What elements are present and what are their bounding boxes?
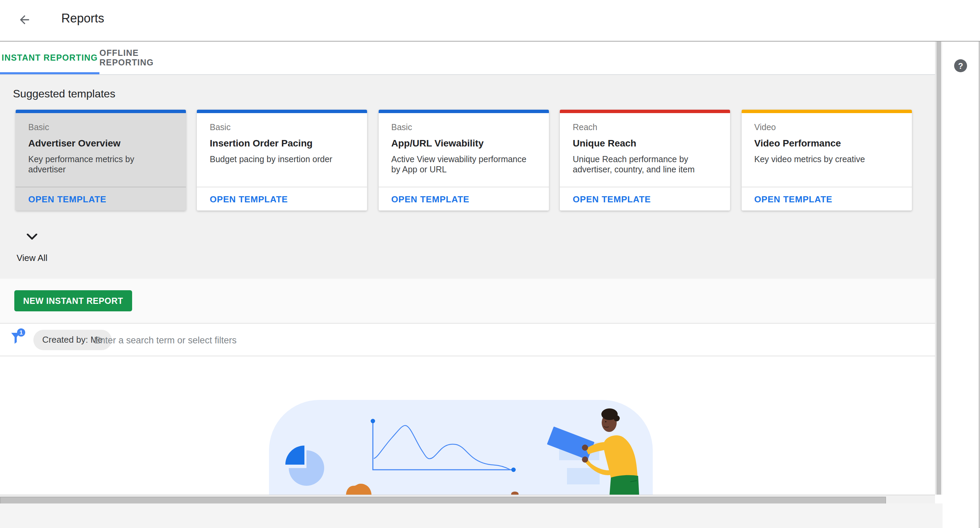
vertical-scrollbar-thumb[interactable] — [936, 41, 941, 495]
open-template-link[interactable]: OPEN TEMPLATE — [754, 194, 832, 204]
search-input[interactable] — [92, 329, 327, 351]
dv360-reports-page: Reports INSTANT REPORTING OFFLINE REPORT… — [0, 0, 980, 528]
card-description: Unique Reach performance by advertiser, … — [573, 154, 717, 175]
card-accent-bar — [15, 110, 186, 113]
template-cards-row: Basic Advertiser Overview Key performanc… — [15, 110, 912, 211]
card-title: Advertiser Overview — [28, 137, 173, 148]
divider — [0, 356, 935, 356]
arrow-back-icon — [18, 13, 31, 27]
actions-zone: NEW INSTANT REPORT — [0, 279, 935, 323]
chevron-down-icon — [27, 234, 37, 240]
card-description: Key performance metrics by advertiser — [28, 154, 173, 175]
open-template-link[interactable]: OPEN TEMPLATE — [391, 194, 469, 204]
horizontal-scrollbar — [0, 495, 935, 504]
template-card-advertiser-overview[interactable]: Basic Advertiser Overview Key performanc… — [15, 110, 186, 211]
card-category: Basic — [28, 122, 173, 132]
filter-row: 1 Created by: Me — [0, 324, 935, 356]
bottom-band — [0, 504, 943, 528]
template-card-app-url-viewability[interactable]: Basic App/URL Viewability Active View vi… — [378, 110, 549, 211]
card-category: Video — [754, 122, 899, 132]
reporting-tabbar: INSTANT REPORTING OFFLINE REPORTING — [0, 41, 935, 75]
template-card-unique-reach[interactable]: Reach Unique Reach Unique Reach performa… — [560, 110, 730, 211]
card-title: Video Performance — [754, 137, 899, 148]
card-accent-bar — [378, 110, 549, 113]
empty-state-illustration — [269, 400, 653, 495]
card-category: Basic — [391, 122, 536, 132]
open-template-link[interactable]: OPEN TEMPLATE — [573, 194, 651, 204]
card-title: Unique Reach — [573, 137, 717, 148]
tab-offline-reporting[interactable]: OFFLINE REPORTING — [99, 41, 192, 74]
card-title: Insertion Order Pacing — [210, 137, 354, 148]
card-accent-bar — [560, 110, 730, 113]
app-header: Reports — [0, 0, 980, 41]
active-tab-underline — [0, 72, 99, 74]
horizontal-scrollbar-thumb[interactable] — [0, 497, 886, 504]
template-card-insertion-order-pacing[interactable]: Basic Insertion Order Pacing Budget paci… — [197, 110, 367, 211]
card-description: Key video metrics by creative — [754, 154, 899, 164]
browser-scrollbar[interactable] — [978, 0, 980, 528]
right-help-panel — [943, 41, 980, 528]
page-title: Reports — [61, 11, 104, 26]
view-all-label: View All — [12, 253, 52, 263]
tab-instant-reporting[interactable]: INSTANT REPORTING — [0, 41, 99, 74]
view-all-button[interactable]: View All — [12, 230, 52, 263]
suggested-templates-heading: Suggested templates — [13, 88, 115, 100]
new-instant-report-button[interactable]: NEW INSTANT REPORT — [14, 290, 132, 311]
template-card-video-performance[interactable]: Video Video Performance Key video metric… — [741, 110, 912, 211]
card-category: Basic — [210, 122, 354, 132]
card-description: Budget pacing by insertion order — [210, 154, 354, 164]
card-accent-bar — [741, 110, 912, 113]
back-arrow-icon[interactable] — [18, 13, 31, 27]
filter-count-badge: 1 — [17, 329, 25, 337]
card-accent-bar — [197, 110, 367, 113]
open-template-link[interactable]: OPEN TEMPLATE — [210, 194, 288, 204]
help-icon[interactable]: ? — [954, 59, 967, 72]
card-title: App/URL Viewability — [391, 137, 536, 148]
card-category: Reach — [573, 122, 717, 132]
open-template-link[interactable]: OPEN TEMPLATE — [28, 194, 107, 204]
suggested-templates-section: Suggested templates Basic Advertiser Ove… — [0, 75, 935, 279]
card-description: Active View viewability performance by A… — [391, 154, 536, 175]
